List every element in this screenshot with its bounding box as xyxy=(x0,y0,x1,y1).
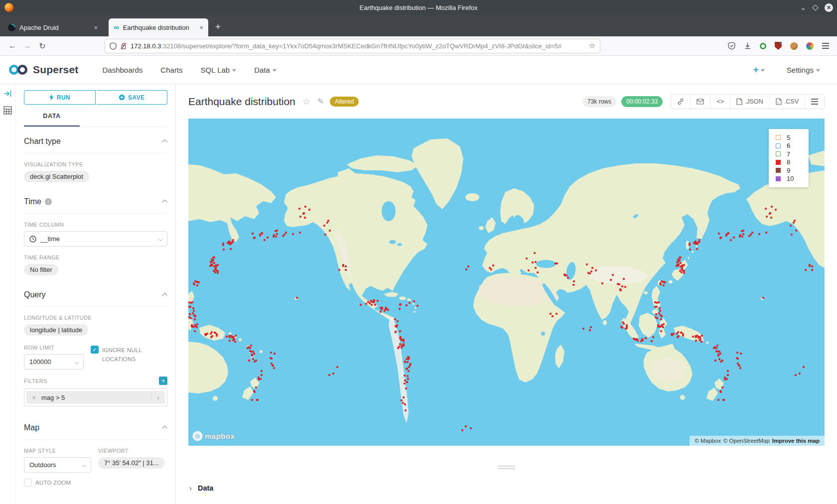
earthquake-point[interactable] xyxy=(634,338,636,340)
earthquake-point[interactable] xyxy=(257,399,259,401)
earthquake-point[interactable] xyxy=(189,313,191,315)
new-tab-button[interactable]: + xyxy=(215,21,221,32)
insecure-lock-icon[interactable] xyxy=(120,42,127,50)
attribution-osm[interactable]: © OpenStreetMap xyxy=(723,438,770,444)
url-text[interactable]: 172.18.0.3:32108/superset/explore/?form_… xyxy=(131,42,585,50)
menu-hamburger-icon[interactable] xyxy=(822,43,829,49)
nav-item-sql-lab[interactable]: SQL Lab xyxy=(192,66,246,74)
earthquake-point[interactable] xyxy=(191,326,193,328)
earthquake-point[interactable] xyxy=(622,321,624,323)
earthquake-point[interactable] xyxy=(765,208,767,210)
earthquake-point[interactable] xyxy=(762,297,764,299)
earthquake-point[interactable] xyxy=(217,272,219,274)
earthquake-point[interactable] xyxy=(397,320,399,322)
more-actions-button[interactable] xyxy=(805,95,824,109)
viz-type-value[interactable]: deck.gl Scatterplot xyxy=(24,171,89,182)
earthquake-point[interactable] xyxy=(748,235,750,237)
earthquake-point[interactable] xyxy=(329,230,331,232)
earthquake-point[interactable] xyxy=(654,306,656,308)
section-point-size[interactable]: Point Size xyxy=(24,495,167,504)
earthquake-point[interactable] xyxy=(328,374,330,376)
earthquake-point[interactable] xyxy=(413,300,415,302)
earthquake-point[interactable] xyxy=(739,236,741,238)
earthquake-point[interactable] xyxy=(210,261,212,263)
earthquake-point[interactable] xyxy=(308,209,310,211)
mapbox-logo[interactable]: ◎ mapbox xyxy=(192,431,235,441)
earthquake-point[interactable] xyxy=(326,222,328,224)
earthquake-point[interactable] xyxy=(660,318,662,320)
edit-properties-icon[interactable]: ✎ xyxy=(317,97,324,106)
earthquake-point[interactable] xyxy=(601,282,603,284)
earthquake-point[interactable] xyxy=(726,378,728,380)
earthquake-point[interactable] xyxy=(371,304,373,306)
earthquake-point[interactable] xyxy=(403,340,405,342)
attribution-mapbox[interactable]: © Mapbox xyxy=(695,438,721,444)
tab-earthquake-distribution[interactable]: ∞ Earthquake distribution × xyxy=(109,18,208,36)
section-chart-type[interactable]: Chart type xyxy=(24,127,167,153)
earthquake-point[interactable] xyxy=(727,374,729,376)
earthquake-point[interactable] xyxy=(590,326,592,328)
filter-pill[interactable]: × mag > 5 › xyxy=(26,391,165,404)
earthquake-point[interactable] xyxy=(217,264,219,266)
earthquake-point[interactable] xyxy=(701,335,703,337)
superset-logo[interactable]: Superset xyxy=(8,63,78,76)
add-filter-button[interactable]: + xyxy=(159,377,167,385)
earthquake-point[interactable] xyxy=(683,272,685,274)
earthquake-point[interactable] xyxy=(252,233,254,235)
earthquake-point[interactable] xyxy=(397,347,399,349)
earthquake-point[interactable] xyxy=(214,271,216,273)
earthquake-point[interactable] xyxy=(655,316,657,318)
earthquake-point[interactable] xyxy=(406,381,408,383)
earthquake-point[interactable] xyxy=(770,217,772,219)
earthquake-point[interactable] xyxy=(408,366,410,368)
earthquake-point[interactable] xyxy=(404,382,406,384)
ublock-shield-icon[interactable]: 2 xyxy=(775,42,782,50)
earthquake-point[interactable] xyxy=(400,338,402,340)
earthquake-point[interactable] xyxy=(799,373,801,375)
earthquake-point[interactable] xyxy=(803,366,805,368)
legend-item[interactable]: 10 xyxy=(776,175,809,183)
new-item-button[interactable]: + xyxy=(753,64,765,75)
earthquake-point[interactable] xyxy=(724,378,726,380)
earthquake-point[interactable] xyxy=(285,232,287,234)
earthquake-point[interactable] xyxy=(260,378,262,380)
earthquake-point[interactable] xyxy=(213,262,215,264)
earthquake-point[interactable] xyxy=(196,284,198,286)
section-map[interactable]: Map xyxy=(24,413,167,440)
checkbox-checked-icon[interactable]: ✓ xyxy=(91,346,99,354)
maximize-icon[interactable] xyxy=(812,4,819,11)
earthquake-point[interactable] xyxy=(406,368,408,370)
earthquake-point[interactable] xyxy=(292,233,294,235)
earthquake-point[interactable] xyxy=(191,301,193,303)
earthquake-point[interactable] xyxy=(403,339,405,341)
earthquake-point[interactable] xyxy=(394,318,396,320)
earthquake-point[interactable] xyxy=(409,302,411,304)
earthquake-point[interactable] xyxy=(680,256,682,258)
earthquake-point[interactable] xyxy=(192,312,194,314)
earthquake-point[interactable] xyxy=(470,427,472,429)
earthquake-point[interactable] xyxy=(736,352,738,354)
earthquake-point[interactable] xyxy=(193,282,195,284)
settings-menu[interactable]: Settings xyxy=(778,66,829,74)
earthquake-point[interactable] xyxy=(795,374,797,376)
earthquake-point[interactable] xyxy=(534,252,536,254)
download-icon[interactable] xyxy=(744,42,751,50)
earthquake-point[interactable] xyxy=(465,268,467,270)
earthquake-point[interactable] xyxy=(715,347,717,349)
earthquake-point[interactable] xyxy=(194,318,196,320)
earthquake-point[interactable] xyxy=(230,243,232,245)
legend-item[interactable]: 8 xyxy=(776,158,809,167)
earthquake-point[interactable] xyxy=(193,310,195,312)
earthquake-point[interactable] xyxy=(696,248,698,250)
earthquake-point[interactable] xyxy=(209,265,211,267)
map-style-select[interactable]: Outdoors xyxy=(24,457,91,473)
earthquake-point[interactable] xyxy=(659,310,661,312)
earthquake-point[interactable] xyxy=(723,399,725,401)
earthquake-point[interactable] xyxy=(403,396,405,398)
earthquake-point[interactable] xyxy=(405,409,407,411)
earthquake-point[interactable] xyxy=(790,225,792,227)
earthquake-point[interactable] xyxy=(211,258,213,260)
earthquake-point[interactable] xyxy=(261,370,263,372)
earthquake-point[interactable] xyxy=(727,233,729,235)
earthquake-point[interactable] xyxy=(252,351,254,353)
